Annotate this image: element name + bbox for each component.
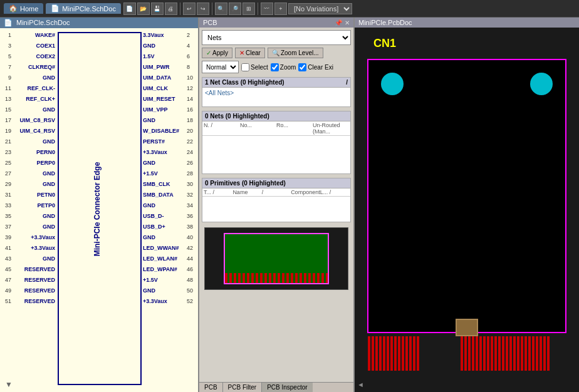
nets-section: 0 Nets (0 Highlighted) N. / No... Ro... … [202, 111, 351, 174]
pcb-inspector-tab[interactable]: PCB Inspector [262, 383, 312, 392]
pcb-titlebar: PCB 📌 ✕ [199, 18, 353, 28]
nets-col-1: N. / [204, 122, 240, 135]
nets-col-4: Un-Routed (Man... [313, 122, 349, 135]
pcb-title: PCB [203, 19, 217, 26]
pcb-filter-tab[interactable]: PCB Filter [223, 383, 263, 392]
board-scroll-left[interactable]: ◄ [357, 381, 364, 388]
apply-icon: ✓ [206, 49, 211, 56]
pcb-preview [204, 227, 348, 290]
preview-board [224, 233, 329, 284]
primitives-section: 0 Primitives (0 Highlighted) T... / Name… [202, 178, 351, 222]
zoom-icon: 🔍 [272, 49, 279, 56]
zoom-fit-btn[interactable]: ⊞ [243, 3, 255, 15]
mode-row: Normal Select Zoom Clear Exi [202, 61, 351, 73]
apply-button[interactable]: ✓ Apply [202, 48, 232, 58]
zoom-level-button[interactable]: 🔍 Zoom Level... [268, 48, 323, 58]
clear-icon: ✕ [239, 49, 244, 56]
schematic-icon: 📄 [51, 4, 60, 13]
pcb-tab[interactable]: PCB [199, 383, 223, 392]
primitives-header: 0 Primitives (0 Highlighted) [202, 178, 350, 188]
zoom-in-btn[interactable]: 🔍 [215, 3, 227, 15]
board-panel: MiniPCle.PcbDoc CN1 ◄ [355, 18, 579, 392]
prim-col-5: L... / [320, 189, 349, 195]
main-area: 📄 MiniPCle.SchDoc Mini-PCIe Connector Ed… [0, 18, 579, 392]
board-titlebar: MiniPCle.PcbDoc [355, 18, 579, 28]
home-tab[interactable]: 🏠 Home [4, 3, 43, 14]
net-class-section: 1 Net Class (0 Highlighted) / <All Nets> [202, 77, 351, 107]
pcb-body: Nets ✓ Apply ✕ Clear 🔍 Zoom Level... [199, 28, 353, 382]
scroll-down-btn[interactable]: ▼ [5, 380, 13, 389]
save-btn[interactable]: 💾 [151, 3, 164, 15]
nets-col-headers: N. / No... Ro... Un-Routed (Man... [202, 121, 350, 136]
prim-col-4: Component [291, 189, 320, 195]
zoom-out-btn[interactable]: 🔎 [229, 3, 241, 15]
edge-label: Mini-PCIe Connector Edge [93, 162, 102, 257]
mode-select[interactable]: Normal [202, 61, 239, 73]
nets-select[interactable]: Nets [202, 30, 351, 45]
primitives-col-headers: T... / Name / Component L... / [202, 188, 350, 197]
left-stripes [367, 336, 427, 371]
pcb-pin-btn[interactable]: 📌 [335, 19, 342, 26]
right-stripes [460, 336, 566, 371]
schematic-doc-icon: 📄 [4, 19, 13, 27]
select-checkbox[interactable] [241, 63, 249, 71]
nets-col-2: No... [240, 122, 276, 135]
place-btn[interactable]: + [274, 3, 287, 15]
topbar: 🏠 Home 📄 MiniPCle.SchDoc 📄 📂 💾 🖨 ↩ ↪ 🔍 🔎… [0, 0, 579, 18]
nets-col-3: Ro... [276, 122, 313, 135]
sep2 [212, 3, 212, 15]
nets-section-header: 0 Nets (0 Highlighted) [202, 111, 350, 121]
zoom-checkbox[interactable] [271, 63, 279, 71]
preview-pads [225, 273, 328, 283]
clear-existing-label: Clear Exi [298, 63, 333, 71]
net-class-header: 1 Net Class (0 Highlighted) / [202, 78, 350, 88]
sep1 [180, 3, 180, 15]
zoom-checkbox-label: Zoom [271, 63, 296, 71]
nets-body [202, 136, 350, 173]
print-btn[interactable]: 🖨 [165, 3, 177, 15]
schematic-tab[interactable]: 📄 MiniPCle.SchDoc [46, 3, 121, 14]
pcb-bottom-tabs: PCB PCB Filter PCB Inspector [199, 382, 353, 392]
pcb-panel: PCB 📌 ✕ Nets ✓ Apply ✕ Clear [199, 18, 355, 392]
schematic-titlebar: 📄 MiniPCle.SchDoc [0, 18, 198, 28]
new-btn[interactable]: 📄 [123, 3, 136, 15]
cn1-outline [367, 59, 566, 333]
prim-col-2: Name [232, 189, 261, 195]
toolbar: 📄 📂 💾 🖨 ↩ ↪ 🔍 🔎 ⊞ 〰 + [No Variations] [123, 3, 575, 15]
sep3 [258, 3, 258, 15]
prim-col-1: T... / [204, 189, 232, 195]
cn1-notch [456, 319, 478, 336]
net-class-expand-icon: / [346, 79, 348, 86]
net-class-body: <All Nets> [202, 88, 350, 106]
pcb-btn-row: ✓ Apply ✕ Clear 🔍 Zoom Level... [202, 48, 351, 58]
cn1-pad-right [530, 73, 553, 95]
redo-btn[interactable]: ↪ [197, 3, 209, 15]
clear-button[interactable]: ✕ Clear [235, 48, 265, 58]
undo-btn[interactable]: ↩ [183, 3, 196, 15]
board-canvas[interactable]: CN1 ◄ [355, 28, 579, 389]
schematic-canvas[interactable]: Mini-PCIe Connector Edge 135791113151719… [0, 28, 198, 390]
pcb-title-buttons: 📌 ✕ [335, 19, 350, 26]
select-checkbox-label: Select [241, 63, 268, 71]
prim-col-3: / [262, 189, 291, 195]
open-btn[interactable]: 📂 [137, 3, 150, 15]
all-nets-item[interactable]: <All Nets> [204, 89, 349, 97]
route-btn[interactable]: 〰 [261, 3, 273, 15]
schematic-panel: 📄 MiniPCle.SchDoc Mini-PCIe Connector Ed… [0, 18, 199, 392]
clear-existing-checkbox[interactable] [298, 63, 306, 71]
cn1-pad-left [381, 73, 404, 95]
cn1-label: CN1 [373, 37, 396, 50]
pcb-doc-title: MiniPCle.PcbDoc [358, 19, 412, 26]
home-icon: 🏠 [9, 4, 18, 13]
variations-select[interactable]: [No Variations] [288, 3, 352, 14]
primitives-body [202, 197, 350, 222]
pcb-close-btn[interactable]: ✕ [345, 19, 350, 26]
